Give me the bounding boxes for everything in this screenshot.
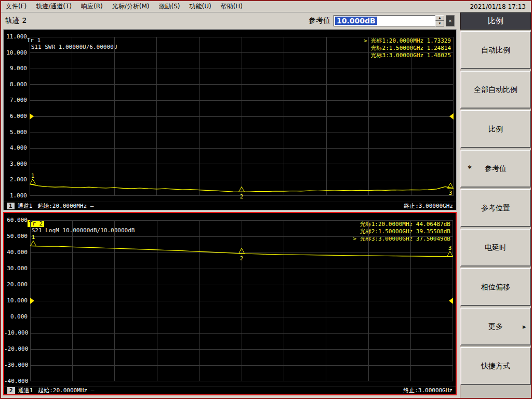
y-axis-tick-label: 20.000 [4,281,28,288]
menu-item-marker-analysis[interactable]: 光标/分析(M) [108,1,154,12]
reference-value-entry: 参考值 10.000dB ▲ ▼ × [309,15,455,26]
y-axis-tick-label: -10.000 [4,329,28,336]
sweep-start-label: 起始:20.0000MHz — [37,202,94,210]
y-axis-tick-label: 30.000 [4,265,28,272]
softkey-shortcut[interactable]: 快捷方式 [460,347,531,385]
y-axis-tick-label: -40.000 [4,378,28,384]
reference-value-input[interactable]: 10.000dB [334,15,435,26]
y-axis-tick-label: 40.000 [4,249,28,256]
softkey-label: 参考值 [485,164,507,174]
y-axis-tick-label: 0.000 [4,313,28,320]
grid-lines [30,220,453,381]
sweep-start-label: 起始:20.0000MHz — [38,387,94,394]
softkey-reference-value[interactable]: * 参考值 [460,150,531,188]
softkey-auto-scale[interactable]: 自动比例 [460,31,531,69]
softkey-electrical-delay[interactable]: 电延时 [460,229,531,267]
menu-item-utility[interactable]: 功能(U) [184,1,216,12]
softkey-more[interactable]: 更多 ▶ [460,308,531,345]
softkey-reference-position[interactable]: 参考位置 [460,189,531,227]
y-axis-tick-label: 2.000 [4,176,27,183]
channel-label: 通道1 [18,387,33,394]
y-axis-tick-label: 4.000 [4,144,27,151]
chart-panel-tr1: Tr 1 S11 SWR 1.00000U/6.00000U > 光标1:20.… [3,29,457,210]
entry-toolbar: 轨迹 2 参考值 10.000dB ▲ ▼ × [1,13,459,29]
marker-number-label: 3 [448,245,452,251]
softkey-label: 比例 [488,125,503,134]
y-axis-tick-label: 10.000 [4,297,28,304]
softkey-auto-scale-all[interactable]: 全部自动比例 [460,71,531,109]
reference-level-arrow-left-icon [30,113,34,119]
channel-badge: 1 [7,203,15,209]
marker-number-label: 2 [240,255,244,262]
menu-item-response[interactable]: 响应(R) [76,1,108,12]
softkey-active-marker: * [468,164,472,174]
softkey-label: 更多 [488,322,503,331]
chart-panel-tr2: Tr 2 S21 LogM 10.00000dB/10.00000dB 光标1:… [3,212,457,395]
menu-item-file[interactable]: 文件(F) [1,1,31,12]
channel-status-bar: 1 通道1 起始:20.0000MHz — 终止:3.00000GHz [4,202,456,210]
plot-area[interactable]: 123 [30,220,453,381]
value-spinner: ▲ ▼ [435,15,444,26]
submenu-arrow-icon: ▶ [523,324,526,329]
reference-level-arrow-right-icon [449,113,454,119]
softkey-phase-offset[interactable]: 相位偏移 [460,268,531,306]
marker-number-label: 3 [449,190,453,196]
softkey-label: 相位偏移 [481,283,510,292]
marker-triangle-icon[interactable] [447,251,453,257]
softkey-sidebar: 比例 自动比例 全部自动比例 比例 * 参考值 参考位置 电延时 [460,12,531,398]
softkey-scale[interactable]: 比例 [460,110,531,148]
marker-number-label: 1 [31,172,35,179]
sweep-stop-label: 终止:3.00000GHz [404,202,453,210]
softkey-label: 全部自动比例 [474,85,517,95]
menu-item-stimulus[interactable]: 激励(S) [154,1,184,12]
vna-application-window: 文件(F) 轨迹/通道(T) 响应(R) 光标/分析(M) 激励(S) 功能(U… [0,0,532,399]
y-axis-tick-label: 7.000 [4,97,27,103]
softkey-menu-title: 比例 [460,12,531,30]
y-axis-tick-label: 6.000 [4,113,27,119]
spinner-down-button[interactable]: ▼ [435,21,444,26]
y-axis-tick-label: 8.000 [4,81,27,88]
channel-label: 通道1 [18,202,33,210]
reference-level-arrow-left-icon [30,298,34,304]
reference-value-label: 参考值 [309,16,330,25]
reference-value-text: 10.000dB [335,17,377,25]
y-axis-tick-label: 5.000 [4,129,27,136]
menu-item-help[interactable]: 帮助(H) [216,1,247,12]
active-trace-indicator: 轨迹 2 [5,16,26,25]
reference-level-arrow-right-icon [449,298,453,304]
marker-number-label: 2 [240,193,244,200]
y-axis-tick-label: 1.000 [4,192,27,199]
softkey-label: 自动比例 [481,46,510,55]
marker-number-label: 1 [32,234,35,241]
y-axis-tick-label: 3.000 [4,161,27,167]
entry-close-button[interactable]: × [446,15,455,26]
channel-badge: 2 [7,387,15,394]
clock: 2021/01/18 17:13 [470,3,531,10]
menu-item-trace-channel[interactable]: 轨迹/通道(T) [31,1,76,12]
menu-bar: 文件(F) 轨迹/通道(T) 响应(R) 光标/分析(M) 激励(S) 功能(U… [1,1,531,12]
grid-lines [30,37,454,196]
spinner-up-button[interactable]: ▲ [435,15,444,21]
channel-status-bar: 2 通道1 起始:20.0000MHz — 终止:3.00000GHz [4,386,456,394]
y-axis-tick-label: 9.000 [4,65,27,72]
y-axis-tick-label: -20.000 [4,345,28,352]
y-axis-tick-label: -30.000 [4,362,28,368]
softkey-label: 快捷方式 [481,362,510,371]
plot-area[interactable]: 123 [30,37,454,196]
sweep-stop-label: 终止:3.00000GHz [403,387,453,394]
marker-triangle-icon[interactable] [31,241,36,246]
softkey-label: 电延时 [485,243,507,252]
softkey-label: 参考位置 [481,204,510,213]
